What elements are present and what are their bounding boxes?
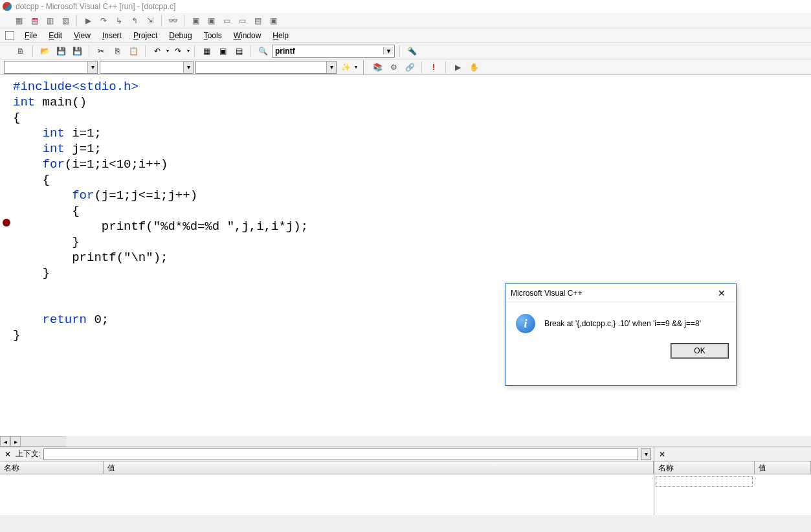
copy-icon[interactable]: ⎘	[110, 45, 124, 58]
step-into-icon[interactable]: ↳	[112, 14, 126, 27]
menu-file[interactable]: File	[19, 30, 42, 41]
code-editor[interactable]: #include<stdio.h> int main() { int i=1; …	[0, 75, 811, 447]
step-over-icon[interactable]: ↷	[96, 14, 111, 27]
window-icon[interactable]: ▭	[235, 14, 249, 27]
menu-project[interactable]: Project	[128, 30, 162, 41]
step-out-icon[interactable]: ↰	[128, 14, 142, 27]
window-icon[interactable]: ▭	[219, 14, 234, 27]
ok-button[interactable]: OK	[671, 344, 728, 358]
watch-pane: ✕ 名称 值	[654, 447, 811, 515]
cut-icon[interactable]: ✂	[94, 45, 108, 58]
paste-icon[interactable]: 📋	[126, 45, 140, 58]
code-content[interactable]: #include<stdio.h> int main() { int i=1; …	[13, 79, 308, 343]
menu-help[interactable]: Help	[267, 30, 294, 41]
filter-combo[interactable]	[100, 61, 194, 74]
window-icon[interactable]: ▣	[188, 14, 203, 27]
bottom-panes: ✕ 上下文: ▾ 名称 值 ✕ 名称 值	[0, 447, 811, 515]
column-value[interactable]: 值	[755, 461, 811, 474]
dialog-titlebar[interactable]: Microsoft Visual C++ ✕	[505, 284, 736, 302]
menu-tools[interactable]: Tools	[199, 30, 227, 41]
menu-debug[interactable]: Debug	[164, 30, 197, 41]
window-titlebar: dotcpp - Microsoft Visual C++ [run] - [d…	[0, 0, 811, 13]
column-name[interactable]: 名称	[654, 461, 755, 474]
window-list-icon[interactable]: ▣	[216, 45, 230, 58]
variables-pane: ✕ 上下文: ▾ 名称 值	[0, 447, 654, 515]
break-dialog: Microsoft Visual C++ ✕ i Break at '{,dot…	[505, 283, 737, 386]
tool-icon[interactable]: ▦	[12, 14, 26, 27]
watch-icon[interactable]: 👓	[166, 14, 180, 27]
menubar: File Edit View Insert Project Debug Tool…	[0, 28, 811, 43]
menu-edit[interactable]: Edit	[43, 30, 67, 41]
tool-icon[interactable]: ▧	[58, 14, 72, 27]
dialog-title: Microsoft Visual C++	[511, 289, 713, 298]
variables-header: 名称 值	[0, 461, 654, 474]
link-icon[interactable]: 🔗	[403, 61, 417, 74]
new-file-icon[interactable]: 🗎	[14, 45, 28, 58]
variables-body[interactable]	[0, 474, 654, 515]
hand-icon[interactable]: ✋	[467, 61, 481, 74]
search-combo[interactable]: printf	[272, 45, 395, 58]
tool-icon[interactable]: ▤	[27, 14, 41, 27]
close-pane-icon[interactable]: ✕	[657, 449, 667, 460]
app-icon	[3, 2, 12, 11]
step-icon[interactable]: ⇲	[143, 14, 157, 27]
tile-icon[interactable]: ▤	[232, 45, 246, 58]
workspace-icon[interactable]: ▦	[199, 45, 214, 58]
class-combo[interactable]	[4, 61, 98, 74]
scroll-left-icon[interactable]: ◂	[0, 436, 10, 447]
window-title: dotcpp - Microsoft Visual C++ [run] - [d…	[16, 2, 175, 11]
watch-header: 名称 值	[654, 461, 811, 474]
wand-icon[interactable]: ✨	[339, 61, 353, 74]
column-value[interactable]: 值	[104, 461, 654, 474]
info-icon: i	[516, 314, 535, 333]
tool-icon[interactable]: ▥	[43, 14, 57, 27]
column-name[interactable]: 名称	[0, 461, 104, 474]
window-icon[interactable]: ▤	[250, 14, 265, 27]
redo-icon[interactable]: ↷	[171, 45, 185, 58]
watch-cell[interactable]	[656, 476, 753, 487]
toolbar-debug: ▦ ▤ ▥ ▧ ▶ ↷ ↳ ↰ ⇲ 👓 ▣ ▣ ▭ ▭ ▤ ▣	[0, 13, 811, 28]
save-icon[interactable]: 💾	[54, 45, 68, 58]
horizontal-scrollbar[interactable]: ◂ ▸	[0, 436, 811, 447]
scroll-right-icon[interactable]: ▸	[10, 436, 21, 447]
toolbar-standard: 🗎 📂 💾 💾 ✂ ⎘ 📋 ↶ ▾ ↷ ▾ ▦ ▣ ▤ 🔍 printf 🔦	[0, 43, 811, 60]
breakpoint-marker[interactable]	[3, 219, 10, 227]
stop-build-icon[interactable]: !	[427, 61, 441, 74]
close-pane-icon[interactable]: ✕	[3, 449, 13, 460]
scroll-track[interactable]	[21, 436, 66, 447]
find-icon[interactable]: 🔍	[256, 45, 270, 58]
editor-gutter[interactable]	[0, 75, 12, 447]
search-value: printf	[275, 47, 295, 56]
open-file-icon[interactable]: 📂	[38, 45, 52, 58]
execute-icon[interactable]: ▶	[450, 61, 465, 74]
run-icon[interactable]: ▶	[81, 14, 95, 27]
toolbar-wizard: ✨ ▾ 📚 ⚙ 🔗 ! ▶ ✋	[0, 60, 811, 75]
undo-icon[interactable]: ↶	[150, 45, 164, 58]
close-icon[interactable]: ✕	[713, 287, 731, 300]
build-icon[interactable]: 📚	[370, 61, 384, 74]
dialog-message: Break at '{,dotcpp.c,} .10' when 'i==9 &…	[544, 319, 701, 328]
window-icon[interactable]: ▣	[204, 14, 218, 27]
menu-insert[interactable]: Insert	[97, 30, 127, 41]
save-all-icon[interactable]: 💾	[70, 45, 84, 58]
watch-body[interactable]	[654, 474, 811, 515]
context-input[interactable]	[43, 449, 638, 460]
menu-view[interactable]: View	[69, 30, 96, 41]
context-label: 上下文:	[16, 449, 41, 460]
context-dropdown-icon[interactable]: ▾	[641, 449, 651, 460]
menu-window[interactable]: Window	[228, 30, 267, 41]
member-combo[interactable]	[195, 61, 337, 74]
compile-icon[interactable]: ⚙	[386, 61, 401, 74]
document-icon	[5, 31, 14, 40]
find-in-files-icon[interactable]: 🔦	[405, 45, 419, 58]
window-icon[interactable]: ▣	[266, 14, 280, 27]
